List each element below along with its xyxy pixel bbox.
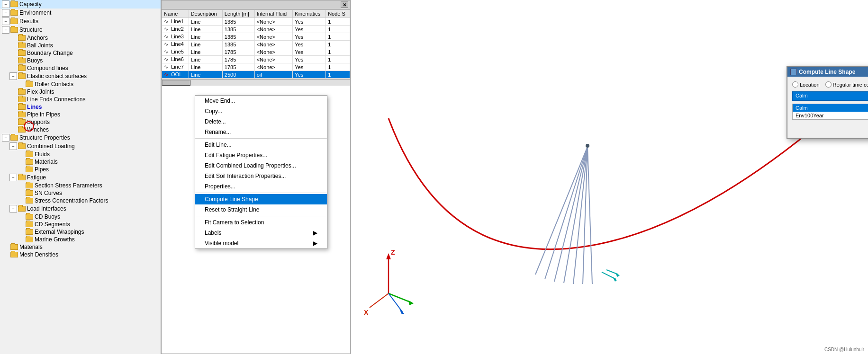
context-menu-separator [195,138,327,139]
tree-item-cd-segments[interactable]: CD Segments [0,221,161,228]
table-row[interactable]: ∿ Line5Line1785<None>Yes1 [162,48,350,56]
tree-item-winches[interactable]: Winches [0,126,161,133]
tree-toggle[interactable]: − [9,174,17,181]
tree-item-fluids[interactable]: Fluids [0,150,161,158]
table-row[interactable]: ∿ OOLLine2500oilYes1 [162,71,350,79]
tree-item-roller-contacts[interactable]: Roller Contacts [0,80,161,88]
tree-toggle[interactable]: − [2,18,9,25]
tree-item-cd-buoys[interactable]: CD Buoys [0,213,161,221]
folder-icon [18,175,26,180]
tree-toggle[interactable]: − [9,205,17,212]
context-menu-item-visible-model[interactable]: Visible model▶ [195,238,327,248]
tree-item-materials[interactable]: Materials [0,158,161,166]
dropdown-option-calm[interactable]: Calm [793,104,868,112]
tree-item-structure-properties[interactable]: −Structure Properties [0,133,161,142]
radio-regular-input[interactable] [825,81,832,88]
tree-item-mesh-densities[interactable]: Mesh Densities [0,251,161,258]
tree-item-supports[interactable]: Supports [0,118,161,126]
tree-item-sn-curves[interactable]: SN Curves [0,189,161,197]
dropdown-option-env100year[interactable]: Env100Year [793,112,868,119]
tree-item-combined-loading[interactable]: −Combined Loading [0,142,161,150]
table-row[interactable]: ∿ Line3Line1385<None>Yes1 [162,33,350,41]
context-menu-separator [195,216,327,216]
context-menu-item-delete[interactable]: Delete... [195,116,327,127]
col-header-length-[m][interactable]: Length [m] [222,10,254,18]
context-menu-item-edit-fatigue-properties[interactable]: Edit Fatigue Properties... [195,150,327,160]
tree-item-fatigue[interactable]: −Fatigue [0,173,161,182]
col-header-kinematics[interactable]: Kinematics [293,10,326,18]
radio-location-input[interactable] [792,81,798,88]
tree-toggle[interactable]: − [2,134,9,142]
col-header-node-s[interactable]: Node S [326,10,350,18]
tree-item-marine-growths[interactable]: Marine Growths [0,236,161,243]
table-row[interactable]: ∿ Line2Line1385<None>Yes1 [162,26,350,33]
folder-icon [26,159,33,165]
line-icon: ∿ [164,26,170,32]
tree-item-capacity[interactable]: −Capacity [0,0,161,9]
tree-item-section-stress-parameters[interactable]: Section Stress Parameters [0,182,161,189]
close-button[interactable]: ✕ [341,1,348,8]
context-menu-label: Edit Soil Interaction Properties... [205,173,286,179]
table-row[interactable]: ∿ Line4Line1385<None>Yes1 [162,41,350,48]
context-menu-item-move-end[interactable]: Move End... [195,96,327,106]
context-menu-item-labels[interactable]: Labels▶ [195,228,327,238]
context-menu-item-properties[interactable]: Properties... [195,181,327,192]
folder-icon [10,1,18,7]
tree-item-results[interactable]: −Results [0,17,161,26]
context-menu-item-reset-to-straight-line[interactable]: Reset to Straight Line [195,204,327,215]
tree-toggle[interactable]: − [2,0,9,8]
col-header-internal-fluid[interactable]: Internal Fluid [254,10,293,18]
tree-label: Section Stress Parameters [35,182,102,189]
tree-label: Structure Properties [19,134,70,141]
cell-fluid: <None> [254,41,293,48]
cell-length: 1385 [222,41,254,48]
context-menu-item-rename[interactable]: Rename... [195,127,327,137]
radio-location[interactable]: Location [792,81,820,88]
scrollbar-h-thumb[interactable] [162,80,190,86]
tree-toggle[interactable]: − [2,26,9,34]
tree-item-stress-concentration-factors[interactable]: Stress Concentration Factors [0,197,161,204]
context-menu-label: Visible model [205,240,238,247]
tree-item-elastic-contact-surfaces[interactable]: −Elastic contact surfaces [0,72,161,80]
col-header-description[interactable]: Description [189,10,222,18]
tree-item-boundary-change[interactable]: Boundary Change [0,49,161,57]
table-row[interactable]: ∿ Line7Line1785<None>Yes1 [162,63,350,71]
table-row[interactable]: ∿ Line6Line1785<None>Yes1 [162,56,350,63]
tree-item-anchors[interactable]: Anchors [0,34,161,42]
table-row[interactable]: ∿ Line1Line1385<None>Yes1 [162,18,350,26]
tree-item-pipe-in-pipes[interactable]: Pipe in Pipes [0,111,161,118]
context-menu-item-edit-soil-interaction-properties[interactable]: Edit Soil Interaction Properties... [195,171,327,181]
watermark: CSDN @Hulunbuir [824,347,864,352]
tree-item-pipes[interactable]: Pipes [0,166,161,173]
tree-item-materials[interactable]: Materials [0,243,161,251]
tree-item-ball-joints[interactable]: Ball Joints [0,42,161,49]
horizontal-scrollbar[interactable] [162,79,350,86]
cell-fluid: <None> [254,56,293,63]
tree-toggle[interactable]: − [9,142,17,150]
tree-toggle[interactable]: − [9,72,17,80]
tree-toggle[interactable]: − [2,9,9,17]
tree-item-flex-joints[interactable]: Flex Joints [0,88,161,96]
tree-item-lines[interactable]: Lines [0,103,161,111]
dropdown-selected-value[interactable]: Calm [792,91,868,101]
tree-item-load-interfaces[interactable]: −Load Interfaces [0,204,161,213]
folder-icon [10,135,18,141]
tree-item-buoys[interactable]: Buoys [0,57,161,64]
folder-icon [10,18,18,24]
context-menu-item-copy[interactable]: Copy... [195,106,327,116]
context-menu-item-fit-camera-to-selection[interactable]: Fit Camera to Selection [195,217,327,228]
context-menu-item-compute-line-shape[interactable]: Compute Line Shape [195,194,327,204]
cell-length: 2500 [222,71,254,79]
radio-regular[interactable]: Regular time condition [825,81,868,88]
cell-name: ∿ OOL [162,71,189,79]
tree-item-compound-lines[interactable]: Compound lines [0,64,161,72]
tree-item-line-ends-connections[interactable]: Line Ends Connections [0,96,161,103]
context-menu-item-edit-line[interactable]: Edit Line... [195,140,327,150]
tree-item-environment[interactable]: −Environment [0,9,161,17]
col-header-name[interactable]: Name [162,10,189,18]
context-menu-item-edit-combined-loading-properties[interactable]: Edit Combined Loading Properties... [195,160,327,171]
tree-item-structure[interactable]: −Structure [0,26,161,34]
tree-item-external-wrappings[interactable]: External Wrappings [0,228,161,236]
folder-icon [10,27,18,33]
cell-kin: Yes [293,56,326,63]
